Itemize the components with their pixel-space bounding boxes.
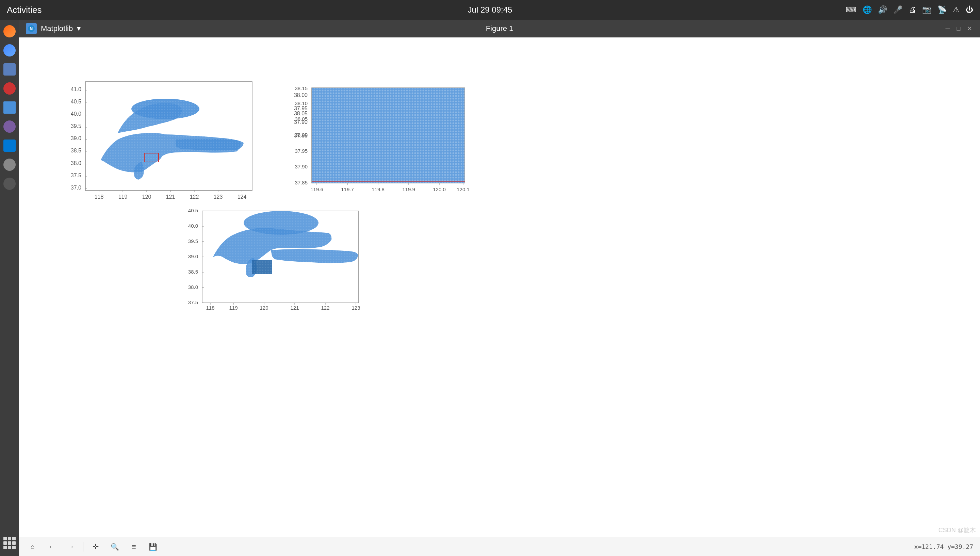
back-button[interactable]: ← <box>45 540 58 554</box>
sidebar-item-vscode[interactable] <box>2 137 18 154</box>
svg-text:123: 123 <box>352 305 360 311</box>
restore-button[interactable]: □ <box>955 25 962 32</box>
music-icon <box>3 82 16 95</box>
svg-text:40.5: 40.5 <box>188 208 198 213</box>
system-bar: Activities Jul 29 09:45 ⌨ 🌐 🔊 🎤 🖨 📷 📡 ⚠ … <box>0 0 980 20</box>
pan-button[interactable]: ✛ <box>89 540 102 554</box>
window-controls: ─ □ ✕ <box>944 25 973 32</box>
warning-icon: ⚠ <box>953 5 960 14</box>
svg-rect-37 <box>86 82 252 190</box>
home-button[interactable]: ⌂ <box>26 540 39 554</box>
back-icon: ← <box>48 543 55 551</box>
sidebar-item-disc[interactable] <box>2 176 18 192</box>
svg-text:122: 122 <box>190 194 199 200</box>
configure-icon: ≡ <box>131 542 136 551</box>
svg-text:121: 121 <box>290 305 299 311</box>
svg-text:119: 119 <box>229 305 237 311</box>
svg-text:39.0: 39.0 <box>188 254 198 259</box>
sidebar-item-notes[interactable] <box>2 99 18 116</box>
figure-content: 37.0 37.5 38.0 38.5 39.0 39.5 40.0 <box>19 37 980 537</box>
sidebar-item-firefox[interactable] <box>2 23 18 39</box>
svg-text:39.5: 39.5 <box>188 238 198 244</box>
svg-text:M: M <box>30 27 33 31</box>
svg-text:38.15: 38.15 <box>295 86 308 91</box>
titlebar-left: M Matplotlib ▾ <box>26 23 81 34</box>
firefox-icon <box>3 25 16 37</box>
system-bar-right: ⌨ 🌐 🔊 🎤 🖨 📷 📡 ⚠ ⏻ <box>846 5 973 14</box>
svg-text:37.5: 37.5 <box>71 173 81 178</box>
svg-text:41.0: 41.0 <box>71 86 81 92</box>
svg-rect-73 <box>312 88 465 183</box>
configure-button[interactable]: ≡ <box>127 540 140 554</box>
volume-icon: 🔊 <box>878 5 887 14</box>
sidebar-item-tools[interactable] <box>2 157 18 173</box>
svg-text:121: 121 <box>166 194 175 200</box>
svg-text:37.95: 37.95 <box>295 148 308 154</box>
help-icon <box>3 120 16 133</box>
svg-text:39.5: 39.5 <box>71 123 81 129</box>
svg-text:120.1: 120.1 <box>457 186 470 192</box>
svg-text:120: 120 <box>260 305 268 311</box>
svg-text:119.9: 119.9 <box>402 186 415 192</box>
svg-text:122: 122 <box>321 305 329 311</box>
coordinate-display: x=121.74 y=39.27 <box>914 543 973 550</box>
zoom-button[interactable]: 🔍 <box>108 540 121 554</box>
matplotlib-logo: M <box>26 23 37 34</box>
svg-text:38.5: 38.5 <box>71 148 81 154</box>
svg-text:38.00: 38.00 <box>294 92 308 98</box>
vscode-icon <box>3 139 16 152</box>
svg-text:40.0: 40.0 <box>188 223 198 229</box>
window-title: Figure 1 <box>486 24 513 33</box>
matplotlib-menu-label[interactable]: Matplotlib <box>41 24 73 33</box>
svg-text:37.85: 37.85 <box>295 179 308 186</box>
close-button[interactable]: ✕ <box>966 25 973 32</box>
sidebar-item-help[interactable] <box>2 118 18 135</box>
sidebar <box>0 20 19 556</box>
svg-text:38.5: 38.5 <box>188 269 198 275</box>
minimize-button[interactable]: ─ <box>944 25 951 32</box>
cast-icon: 📡 <box>938 5 947 14</box>
matplotlib-window: M Matplotlib ▾ Figure 1 ─ □ ✕ 37.0 <box>19 20 980 556</box>
activities-button[interactable]: Activities <box>7 5 42 15</box>
power-icon[interactable]: ⏻ <box>966 5 973 14</box>
sidebar-item-browser[interactable] <box>2 42 18 58</box>
svg-text:40.0: 40.0 <box>71 111 81 117</box>
network-icon: 🌐 <box>862 5 872 14</box>
tools-icon <box>3 158 16 171</box>
sidebar-item-files[interactable] <box>2 61 18 78</box>
forward-button[interactable]: → <box>64 540 77 554</box>
svg-text:38.0: 38.0 <box>71 160 81 166</box>
svg-text:119.6: 119.6 <box>310 186 323 192</box>
svg-text:38.00: 38.00 <box>295 132 308 138</box>
svg-rect-105 <box>202 211 358 302</box>
svg-text:124: 124 <box>237 194 247 200</box>
svg-text:118: 118 <box>206 305 215 311</box>
window-titlebar: M Matplotlib ▾ Figure 1 ─ □ ✕ <box>19 20 980 37</box>
printer-icon: 🖨 <box>909 5 916 14</box>
svg-text:38.05: 38.05 <box>295 116 308 122</box>
keyboard-icon: ⌨ <box>846 5 856 14</box>
forward-icon: → <box>67 543 74 551</box>
sidebar-item-music[interactable] <box>2 80 18 97</box>
system-bar-left: Activities <box>7 5 42 15</box>
files-icon <box>3 63 16 76</box>
toolbar-separator-1 <box>83 542 83 551</box>
svg-text:119: 119 <box>118 194 128 200</box>
svg-text:118: 118 <box>95 194 104 200</box>
zoom-icon: 🔍 <box>111 543 119 551</box>
svg-text:123: 123 <box>214 194 223 200</box>
svg-text:39.0: 39.0 <box>71 136 81 141</box>
svg-text:120.0: 120.0 <box>433 186 446 192</box>
charts-area: 37.0 37.5 38.0 38.5 39.0 39.5 40.0 <box>19 37 980 537</box>
browser-icon <box>3 44 16 57</box>
sidebar-bottom <box>3 537 16 549</box>
figure-toolbar: ⌂ ← → ✛ 🔍 ≡ 💾 x=121.74 y=39.27 <box>19 537 980 556</box>
matplotlib-menu-dropdown[interactable]: ▾ <box>77 24 81 33</box>
disc-icon <box>3 178 16 190</box>
save-button[interactable]: 💾 <box>146 540 160 554</box>
app-grid-icon[interactable] <box>3 537 16 549</box>
svg-text:37.5: 37.5 <box>188 299 198 305</box>
home-icon: ⌂ <box>31 543 35 551</box>
svg-text:119.8: 119.8 <box>371 186 384 192</box>
svg-text:38.10: 38.10 <box>295 100 308 106</box>
